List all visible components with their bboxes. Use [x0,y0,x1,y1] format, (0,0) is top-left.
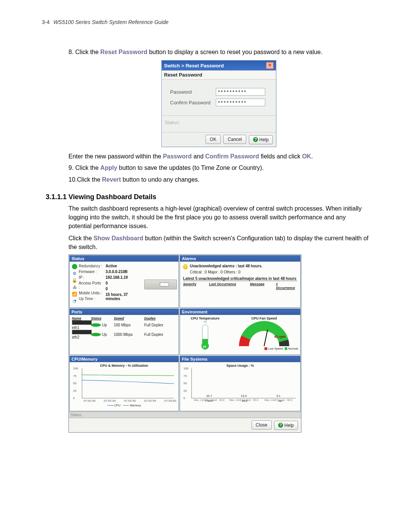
step-10: 10.Click the Revert button to undo any c… [68,176,369,184]
confirm-password-input[interactable] [216,99,265,106]
alarms-panel: Alarms Unacknowledged alarms : last 48 h… [180,255,301,308]
file-systems-panel-title: File Systems [180,356,300,362]
dialog-section-label: Reset Password [162,70,276,80]
ports-row-eth1: eth1 Up 100 Mbps Full Duplex [72,320,176,330]
env-legend: Low Speed Normal [230,347,298,350]
dialog-status: Status: [162,116,276,133]
alarms-headline: Unacknowledged alarms : last 48 hours. [190,264,263,268]
password-input[interactable] [216,88,265,96]
dialog-title: Switch > Reset Password [164,63,224,69]
thermometer-icon: 25 [202,325,208,347]
confirm-password-label: Confirm Password [170,100,216,105]
dashboard-help-button[interactable]: ?Help [274,421,298,430]
ports-panel: Ports Name Status Speed Duplex eth1 Up 1… [69,308,179,355]
fan-speed-gauge: 41 rpm [239,321,289,346]
environment-panel: Environment CPU Temperature °C 25 CPU Fa… [180,308,301,355]
access-ports-value: 0 [106,281,143,285]
step-9: 9. Click the Apply button to save the up… [68,164,369,172]
cpu-temperature-title: CPU Temperature [182,316,228,320]
page-number: 3-4 [42,19,49,25]
reset-password-dialog: Switch > Reset Password × Reset Password… [161,60,276,147]
access-ports-icon: 🖧 [72,284,77,290]
step-8: 8. Click the Reset Password button to di… [68,48,369,56]
nic-icon [72,320,92,325]
nic-icon [72,330,92,334]
mobile-units-value: 0 [106,287,143,291]
password-label: Password [170,89,216,95]
etc2-bar-value: 13.4 [235,394,252,398]
alarms-counts: Critical : 0 Major : 0 Others : 0 [190,270,297,274]
alarms-subheading: Latest 5 unacknowledged critical/major a… [183,276,297,281]
section-3-1-1-1-heading: 3.1.1.1 Viewing Dashboard Details [46,193,369,201]
doc-title: WS5100 Series Switch System Reference Gu… [53,19,169,25]
dialog-titlebar: Switch > Reset Password × [162,61,276,70]
reset-password-link: Reset Password [100,49,148,55]
ip-icon: 🔒 [72,278,77,283]
page-header: 3-4 WS5100 Series Switch System Referenc… [42,19,369,25]
ports-panel-title: Ports [70,309,178,315]
help-icon: ? [253,137,258,142]
switch-device-icon [144,280,177,289]
redundancy-icon [72,264,77,269]
cpu-memory-panel: CPU/Memory CPU & Memory : % Utilization … [69,356,179,411]
ports-row-eth2: eth2 Up 1000 Mbps Full Duplex [72,330,176,339]
environment-panel-title: Environment [180,309,300,315]
dashboard-close-button[interactable]: Close [252,420,272,430]
alarms-table-header: Severity Last Occurrence Message # Occur… [183,282,297,290]
firmware-value: 3.0.0.0-210B [106,270,143,274]
cancel-button[interactable]: Cancel [223,135,246,144]
file-systems-panel: File Systems Space Usage : % 100 75 50 2… [180,356,301,411]
ip-value: 192.168.1.19 [106,275,143,280]
dashboard-screenshot: Status ⚙ 🔒 🖧 📶 ◔ Redundancy : Firm [68,254,301,433]
uptime-value: 15 hours, 37 minutes [106,292,143,301]
close-icon[interactable]: × [266,62,274,69]
status-up-icon [91,333,101,336]
temp-unit: °C [182,320,228,324]
status-panel-title: Status [70,256,178,262]
alarms-panel-title: Alarms [180,256,300,262]
file-systems-chart: 100 75 50 25 0 Max. Limit for Flash : 90… [191,368,296,398]
status-panel: Status ⚙ 🔒 🖧 📶 ◔ Redundancy : Firm [69,255,179,308]
uptime-icon: ◔ [72,298,77,304]
cpu-memory-panel-title: CPU/Memory [70,356,178,362]
var-bar-value: 3.1 [270,394,287,398]
dashboard-instr-para: Click the Show Dashboard button (within … [68,234,369,251]
dashboard-status-bar: Status: [69,412,301,418]
cpu-memory-chart: 100 75 50 25 0 07:52:40 07:52:45 07:52 [82,368,174,398]
firmware-icon: ⚙ [72,271,77,276]
ports-table-header: Name Status Speed Duplex [72,316,176,320]
fs-chart-title: Space Usage : % [182,364,298,367]
cpu-fan-speed-title: CPU Fan Speed [230,316,298,320]
mobile-units-icon: 📶 [72,291,77,297]
help-icon: ? [278,423,283,428]
status-up-icon [91,323,101,327]
ok-button[interactable]: OK [206,135,220,144]
temp-value: 25 [203,345,206,348]
bulb-icon [183,264,188,269]
cpu-chart-legend: CPU Memory [72,404,176,407]
cpu-chart-title: CPU & Memory : % Utilization [72,364,176,367]
flash-bar-value: 10.7 [200,394,218,398]
gauge-needle-icon [264,330,268,346]
dashboard-intro-para: The switch dashboard represents a high-l… [68,204,369,231]
help-button[interactable]: ?Help [249,135,273,144]
redundancy-value: Active [106,264,143,268]
enter-password-note: Enter the new password within the Passwo… [68,152,369,161]
